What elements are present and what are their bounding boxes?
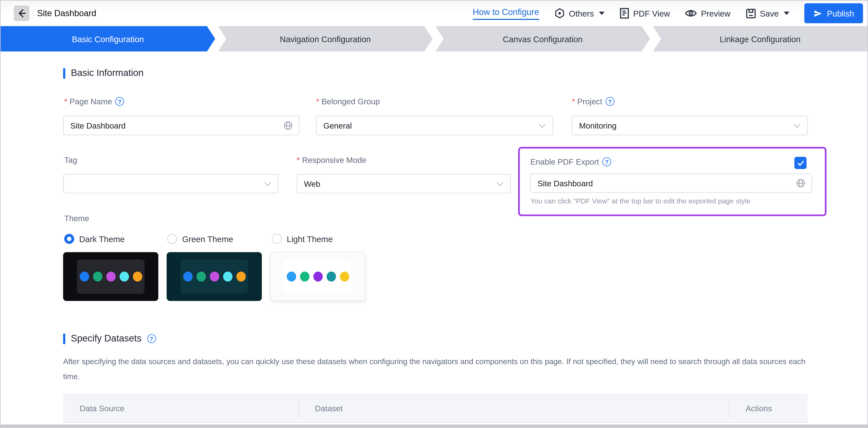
light-theme-preview[interactable] (270, 252, 366, 301)
step-label: Basic Configuration (72, 34, 144, 44)
section-title: Basic Information (71, 67, 144, 79)
pdf-view-label: PDF View (633, 9, 670, 18)
theme-dot (340, 272, 349, 282)
others-label: Others (569, 9, 594, 18)
radio-dark-theme[interactable] (64, 234, 74, 244)
theme-dot (313, 272, 322, 282)
theme-dot (106, 272, 115, 282)
preview-label: Preview (701, 9, 731, 18)
datasets-table: Data Source Dataset Actions (63, 394, 808, 423)
project-label: Project (572, 97, 614, 106)
arrow-left-icon (17, 8, 27, 18)
pdf-export-name-input[interactable] (531, 174, 796, 192)
help-icon[interactable] (606, 97, 614, 106)
column-header-data-source: Data Source (63, 404, 298, 413)
send-icon (813, 9, 823, 18)
dark-theme-label: Dark Theme (79, 234, 125, 244)
selected-value: General (317, 121, 538, 130)
theme-panel (77, 259, 145, 294)
theme-dot (80, 272, 89, 282)
app-window: Site Dashboard How to Configure Others P… (0, 0, 868, 428)
column-divider (729, 398, 730, 418)
tag-select[interactable] (63, 174, 278, 193)
theme-panel (284, 259, 351, 294)
selected-value: Web (297, 179, 497, 188)
page-name-label: Page Name (64, 97, 124, 106)
tag-label: Tag (64, 156, 77, 165)
horizontal-scrollbar[interactable] (1, 424, 867, 427)
pdf-export-name-input-box (530, 173, 812, 193)
preview-button[interactable]: Preview (685, 8, 731, 18)
step-label: Navigation Configuration (280, 34, 371, 44)
document-icon (619, 8, 629, 19)
green-theme-label: Green Theme (182, 234, 233, 244)
help-icon[interactable] (602, 157, 611, 166)
section-accent-bar (63, 68, 65, 78)
theme-panel (180, 259, 248, 294)
column-header-dataset: Dataset (298, 404, 729, 413)
basic-information-header: Basic Information (63, 67, 144, 79)
theme-dot (183, 272, 192, 282)
pdf-view-button[interactable]: PDF View (619, 8, 670, 19)
project-select[interactable]: Monitoring (572, 116, 808, 135)
section-title: Specify Datasets (71, 333, 142, 344)
hexagon-settings-icon (554, 8, 565, 19)
save-disk-icon (746, 8, 756, 19)
globe-icon[interactable] (283, 121, 293, 130)
datasets-description: After specifying the data sources and da… (63, 354, 808, 384)
chevron-down-icon (599, 11, 604, 15)
theme-dot (236, 272, 246, 282)
selected-value: Monitoring (572, 121, 794, 130)
chevron-down-icon (497, 181, 504, 186)
pdf-export-helper-text: You can click "PDF View" at the top bar … (530, 197, 810, 205)
light-theme-label: Light Theme (287, 234, 333, 244)
step-label: Canvas Configuration (503, 34, 583, 44)
chevron-down-icon (784, 11, 789, 15)
how-to-configure-link[interactable]: How to Configure (473, 7, 539, 20)
column-divider (298, 398, 299, 418)
theme-dot (210, 272, 219, 282)
eye-icon (685, 8, 697, 18)
dark-theme-preview[interactable] (63, 252, 158, 301)
belonged-group-label: Belonged Group (316, 97, 380, 106)
chevron-down-icon (264, 181, 271, 186)
tab-canvas-configuration[interactable]: Canvas Configuration (435, 26, 650, 52)
theme-dot (196, 272, 206, 282)
belonged-group-select[interactable]: General (316, 116, 553, 135)
enable-pdf-export-label: Enable PDF Export (530, 157, 611, 166)
others-menu[interactable]: Others (554, 8, 604, 19)
back-button[interactable] (14, 5, 29, 21)
theme-dot (300, 272, 309, 282)
save-label: Save (760, 9, 779, 18)
radio-light-theme[interactable] (272, 234, 282, 244)
page-name-input-box (63, 116, 299, 135)
tab-linkage-configuration[interactable]: Linkage Configuration (653, 26, 867, 52)
enable-pdf-export-checkbox[interactable] (794, 157, 807, 169)
configuration-step-bar: Basic Configuration Navigation Configura… (1, 26, 867, 52)
help-icon[interactable] (115, 97, 124, 106)
save-button[interactable]: Save (746, 8, 789, 19)
chevron-down-icon (793, 123, 801, 127)
help-icon[interactable] (147, 334, 156, 343)
radio-green-theme[interactable] (167, 234, 177, 244)
tab-basic-configuration[interactable]: Basic Configuration (1, 26, 215, 52)
tab-navigation-configuration[interactable]: Navigation Configuration (218, 26, 433, 52)
check-icon (796, 159, 805, 167)
theme-label: Theme (64, 214, 89, 223)
specify-datasets-header: Specify Datasets (63, 333, 156, 344)
publish-label: Publish (827, 9, 854, 18)
page-scale-wrapper: Site Dashboard How to Configure Others P… (0, 0, 868, 428)
theme-dot (132, 272, 142, 282)
page-name-input[interactable] (64, 116, 283, 135)
theme-dot (93, 272, 102, 282)
top-bar: Site Dashboard How to Configure Others P… (1, 1, 867, 26)
theme-dot (223, 272, 232, 282)
publish-button[interactable]: Publish (804, 3, 863, 23)
globe-icon[interactable] (796, 178, 806, 188)
responsive-mode-select[interactable]: Web (297, 174, 511, 193)
step-label: Linkage Configuration (720, 34, 801, 44)
section-accent-bar (63, 333, 65, 344)
page-title: Site Dashboard (37, 1, 96, 26)
chevron-down-icon (538, 123, 546, 127)
green-theme-preview[interactable] (166, 252, 262, 301)
